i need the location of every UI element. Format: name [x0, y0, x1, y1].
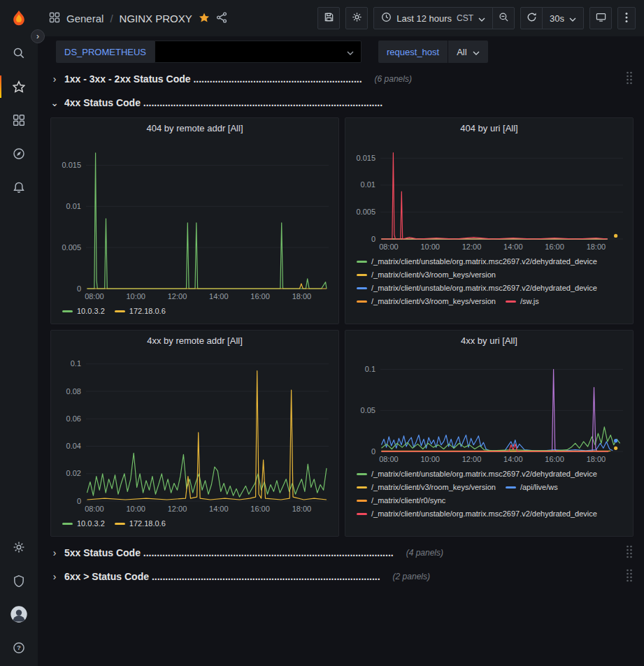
svg-text:0.08: 0.08: [66, 387, 81, 396]
clock-icon: [381, 12, 392, 24]
legend-label: 10.0.3.2: [77, 519, 105, 528]
search-nav-button[interactable]: [0, 36, 38, 70]
legend-label: /_matrix/client/v3/room_keys/version: [371, 483, 496, 491]
panel-title[interactable]: 404 by remote addr [All]: [51, 118, 338, 138]
sidebar-expand-button[interactable]: ›: [31, 29, 45, 43]
refresh-interval-label: 30s: [550, 13, 564, 24]
request-host-value-select[interactable]: All: [448, 41, 487, 63]
time-series-chart[interactable]: 00.050.108:0010:0012:0014:0016:0018:00: [348, 350, 631, 465]
svg-text:?: ?: [17, 644, 21, 651]
legend-item[interactable]: 172.18.0.6: [115, 519, 166, 528]
gear-icon: [352, 12, 362, 24]
legend-label: /_matrix/client/v3/room_keys/version: [371, 297, 496, 305]
legend-item[interactable]: /_matrix/client/unstable/org.matrix.msc2…: [357, 257, 597, 266]
kebab-menu-button[interactable]: [617, 7, 636, 29]
sidebar-bottom: ?: [0, 530, 38, 666]
svg-text:0.015: 0.015: [62, 161, 81, 169]
bell-icon: [13, 181, 25, 194]
chevron-down-icon: [478, 13, 485, 24]
share-icon[interactable]: [216, 12, 227, 25]
panel-title[interactable]: 404 by uri [All]: [345, 118, 633, 138]
legend-item[interactable]: /_matrix/client/v3/room_keys/version: [357, 483, 496, 491]
legend-item[interactable]: /_matrix/client/v3/room_keys/version: [357, 270, 496, 279]
explore-nav-button[interactable]: [0, 137, 38, 171]
settings-nav-button[interactable]: [0, 530, 38, 564]
help-button[interactable]: ?: [0, 631, 38, 665]
star-icon: [13, 80, 25, 93]
svg-text:16:00: 16:00: [250, 505, 270, 513]
svg-text:18:00: 18:00: [587, 242, 606, 251]
chevron-down-icon: ⌄: [50, 97, 59, 108]
legend-item[interactable]: /_matrix/client/r0/sync: [357, 496, 445, 505]
save-dashboard-button[interactable]: [317, 7, 340, 29]
dashboard-settings-button[interactable]: [345, 7, 368, 29]
tv-mode-button[interactable]: [589, 7, 612, 29]
legend-item[interactable]: 10.0.3.2: [62, 519, 105, 528]
kebab-menu-icon: [625, 12, 628, 25]
legend-item[interactable]: /api/live/ws: [506, 483, 558, 491]
compass-icon: [13, 147, 25, 160]
refresh-interval-dropdown[interactable]: 30s: [542, 7, 584, 29]
legend-swatch-icon: [357, 513, 367, 515]
grafana-app: ? › General / NGINX PROXY: [0, 0, 644, 666]
user-profile-button[interactable]: [0, 598, 38, 631]
legend-swatch-icon: [357, 274, 367, 276]
datasource-value-select[interactable]: [155, 41, 362, 63]
panel-title[interactable]: 4xx by remote addr [All]: [51, 331, 338, 350]
row-drag-handle[interactable]: [625, 71, 634, 87]
header-actions: Last 12 hours CST: [317, 7, 636, 29]
refresh-group: 30s: [520, 7, 584, 29]
legend-item[interactable]: 10.0.3.2: [62, 307, 105, 315]
panel-title[interactable]: 4xx by uri [All]: [345, 331, 633, 350]
legend-item[interactable]: /sw.js: [506, 297, 539, 305]
time-series-chart[interactable]: 00.0050.010.01508:0010:0012:0014:0016:00…: [54, 138, 337, 303]
server-admin-nav-button[interactable]: [0, 564, 38, 598]
time-range-picker[interactable]: Last 12 hours CST: [373, 7, 493, 29]
row-6xx[interactable]: › 6xx > Status Code ....................…: [50, 567, 634, 586]
svg-text:0.01: 0.01: [66, 202, 81, 210]
request-host-variable-label[interactable]: request_host: [378, 41, 448, 63]
row-1xx-3xx-2xx[interactable]: › 1xx - 3xx - 2xx Status Code ..........…: [50, 70, 634, 88]
svg-text:0.06: 0.06: [66, 414, 81, 423]
main-column: General / NGINX PROXY: [38, 0, 644, 666]
legend-item[interactable]: /_matrix/client/unstable/org.matrix.msc2…: [357, 509, 597, 518]
svg-text:10:00: 10:00: [126, 505, 145, 513]
svg-text:16:00: 16:00: [545, 455, 564, 463]
legend-item[interactable]: 172.18.0.6: [115, 307, 166, 315]
breadcrumb-separator: /: [110, 13, 113, 24]
legend-label: 172.18.0.6: [129, 519, 166, 528]
row-panel-count: (4 panels): [406, 548, 443, 558]
svg-text:12:00: 12:00: [168, 505, 187, 513]
svg-text:14:00: 14:00: [503, 242, 523, 251]
legend-label: /_matrix/client/r0/sync: [371, 496, 445, 505]
starred-nav-button[interactable]: [0, 70, 38, 103]
time-series-chart[interactable]: 00.0050.010.01508:0010:0012:0014:0016:00…: [348, 138, 631, 253]
datasource-variable-label[interactable]: DS_PROMETHEUS: [56, 41, 155, 63]
breadcrumb-section[interactable]: General: [66, 13, 103, 24]
shield-icon: [13, 574, 25, 587]
legend-label: /sw.js: [520, 297, 539, 305]
svg-text:18:00: 18:00: [292, 505, 312, 513]
legend-item[interactable]: /_matrix/client/v3/room_keys/version: [357, 297, 496, 305]
legend-item[interactable]: /_matrix/client/unstable/org.matrix.msc2…: [357, 470, 597, 478]
alerting-nav-button[interactable]: [0, 171, 38, 204]
row-5xx[interactable]: › 5xx Status Code ......................…: [50, 544, 634, 562]
favorite-star-icon[interactable]: [199, 12, 210, 25]
refresh-icon: [527, 12, 537, 24]
folder-grid-icon[interactable]: [49, 12, 60, 25]
panel-404-by-remote-addr: 404 by remote addr [All] 00.0050.010.015…: [50, 117, 339, 324]
breadcrumb: General / NGINX PROXY: [49, 12, 227, 25]
row-drag-handle[interactable]: [625, 568, 634, 585]
row-4xx[interactable]: ⌄ 4xx Status Code ......................…: [50, 94, 634, 112]
legend-swatch-icon: [357, 287, 367, 289]
legend-item[interactable]: /_matrix/client/unstable/org.matrix.msc2…: [357, 284, 597, 292]
dashboards-grid-icon: [13, 114, 25, 126]
refresh-button[interactable]: [520, 7, 543, 29]
breadcrumb-dashboard-title[interactable]: NGINX PROXY: [120, 13, 192, 24]
dashboards-nav-button[interactable]: [0, 103, 38, 137]
svg-text:10:00: 10:00: [420, 242, 440, 251]
zoom-out-button[interactable]: [492, 7, 515, 29]
time-series-chart[interactable]: 00.020.040.060.080.108:0010:0012:0014:00…: [54, 350, 337, 515]
row-drag-handle[interactable]: [625, 544, 634, 561]
legend-label: /_matrix/client/unstable/org.matrix.msc2…: [371, 509, 597, 518]
